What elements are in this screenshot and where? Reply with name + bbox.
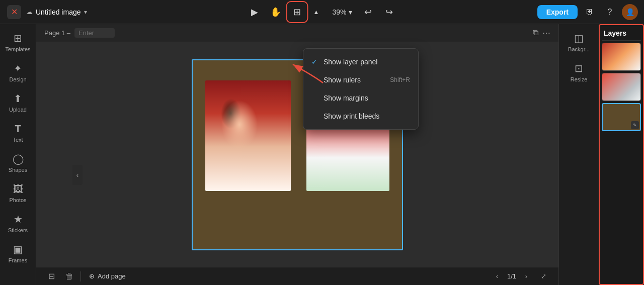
page-icons: ⧉ ⋯ (533, 28, 550, 38)
sidebar-item-label-stickers: Stickers (8, 227, 28, 233)
zoom-value: 39% (332, 8, 346, 16)
logo-icon: ✕ (7, 5, 21, 19)
templates-icon: ⊞ (14, 32, 22, 44)
app-logo[interactable]: ✕ (6, 4, 22, 20)
center-toolbar: ▶ ✋ ⊞ ▲ 39% ▾ ↩ ↪ (246, 3, 398, 21)
shield-icon-button[interactable]: ⛨ (582, 4, 598, 20)
sidebar-item-text[interactable]: T Text (3, 119, 33, 147)
sidebar-item-label-templates: Templates (5, 46, 30, 52)
design-icon: ✦ (14, 62, 22, 74)
sidebar-item-shapes[interactable]: ◯ Shapes (3, 149, 33, 177)
canvas-area: Page 1 – ⧉ ⋯ ⊟ 🗑 ⊕ (36, 24, 558, 285)
page-name-input[interactable] (74, 28, 115, 38)
sidebar-item-templates[interactable]: ⊞ Templates (3, 28, 33, 56)
canvas-container (36, 42, 558, 267)
user-avatar[interactable]: 👤 (622, 4, 638, 20)
photo-left-content (205, 80, 291, 191)
dropdown-item-show-layer-panel[interactable]: ✓ Show layer panel (303, 53, 418, 71)
dropdown-item-show-print-bleeds[interactable]: ✓ Show print bleeds (303, 107, 418, 125)
layer-item-3[interactable]: ✎ (602, 103, 641, 131)
canvas-photo-left (205, 80, 291, 191)
collapse-sidebar-button[interactable]: ‹ (72, 165, 83, 185)
resize-label: Resize (571, 76, 588, 82)
copy-page-icon[interactable]: ⧉ (533, 28, 538, 38)
sidebar-item-upload[interactable]: ⬆ Upload (3, 88, 33, 117)
sidebar-item-label-text: Text (13, 137, 23, 143)
sidebar-item-frames[interactable]: ▣ Frames (3, 239, 33, 267)
layers-panel-title: Layers (602, 29, 641, 41)
more-options-icon[interactable]: ⋯ (542, 28, 550, 38)
add-page-icon: ⊕ (89, 272, 95, 280)
title-chevron-icon[interactable]: ▾ (84, 9, 87, 16)
cloud-icon: ☁ (26, 8, 33, 16)
header: ✕ ☁ Untitled image ▾ ▶ ✋ ⊞ ▲ 39% ▾ ↩ ↪ E… (0, 0, 644, 24)
dropdown-item-show-rulers[interactable]: ✓ Show rulers Shift+R (303, 71, 418, 89)
expand-button[interactable]: ⤢ (536, 269, 550, 283)
page-label: Page 1 – (44, 29, 70, 37)
dropdown-item-show-margins[interactable]: ✓ Show margins (303, 89, 418, 107)
left-sidebar: ⊞ Templates ✦ Design ⬆ Upload T Text ◯ S… (0, 24, 36, 285)
add-page-button[interactable]: ⊕ Add page (85, 270, 130, 282)
layer-item-1[interactable] (602, 43, 641, 71)
sidebar-item-photos[interactable]: 🖼 Photos (3, 179, 33, 207)
shapes-icon: ◯ (13, 153, 24, 165)
layers-panel: Layers ✎ (599, 24, 644, 285)
checkmark-icon: ✓ (311, 58, 319, 66)
sidebar-item-label-upload: Upload (9, 107, 27, 113)
rulers-shortcut: Shift+R (390, 76, 410, 83)
add-page-label: Add page (98, 272, 126, 280)
page-bar: Page 1 – ⧉ ⋯ (36, 24, 558, 42)
page-thumbnail-button[interactable]: ⊟ (44, 269, 58, 283)
help-button[interactable]: ? (602, 4, 618, 20)
layer-edit-icon: ✎ (631, 121, 639, 129)
show-rulers-label: Show rulers (324, 76, 361, 84)
main-layout: ⊞ Templates ✦ Design ⬆ Upload T Text ◯ S… (0, 24, 644, 285)
sidebar-item-label-shapes: Shapes (9, 167, 27, 173)
cursor-tool-button[interactable]: ▶ (246, 3, 264, 21)
next-page-button[interactable]: › (520, 270, 532, 282)
grid-view-button[interactable]: ⊞ (288, 3, 306, 21)
title-area: ☁ Untitled image ▾ (26, 8, 87, 16)
sidebar-item-label-frames: Frames (9, 257, 27, 263)
undo-button[interactable]: ↩ (359, 3, 377, 21)
document-title[interactable]: Untitled image (36, 8, 81, 16)
show-layer-panel-label: Show layer panel (324, 58, 377, 66)
grid-dropdown-button[interactable]: ▲ (307, 3, 325, 21)
export-button[interactable]: Export (537, 5, 578, 19)
show-margins-label: Show margins (324, 94, 368, 102)
bottom-bar: ⊟ 🗑 ⊕ Add page ‹ 1/1 › ⤢ (36, 267, 558, 285)
background-label: Backgr... (568, 46, 590, 52)
resize-panel-item[interactable]: ⊡ Resize (563, 58, 595, 86)
upload-icon: ⬆ (14, 92, 22, 105)
sidebar-item-label-design: Design (9, 76, 26, 82)
show-print-bleeds-label: Show print bleeds (324, 112, 379, 120)
zoom-control[interactable]: 39% ▾ (328, 6, 356, 18)
layer-item-2[interactable] (602, 73, 641, 101)
prev-page-button[interactable]: ‹ (491, 270, 503, 282)
frames-icon: ▣ (13, 243, 23, 255)
sidebar-item-stickers[interactable]: ★ Stickers (3, 209, 33, 237)
resize-icon: ⊡ (575, 62, 583, 74)
sidebar-item-label-photos: Photos (9, 197, 26, 203)
background-icon: ◫ (574, 32, 584, 44)
page-count: 1/1 (507, 272, 516, 280)
divider (80, 271, 81, 281)
view-dropdown-menu: ✓ Show layer panel ✓ Show rulers Shift+R… (303, 48, 419, 130)
zoom-chevron-icon: ▾ (349, 8, 352, 16)
header-right: Export ⛨ ? 👤 (537, 4, 638, 20)
page-nav: ‹ 1/1 › ⤢ (491, 269, 550, 283)
background-panel-item[interactable]: ◫ Backgr... (563, 28, 595, 56)
right-panel: ◫ Backgr... ⊡ Resize (558, 24, 599, 285)
photos-icon: 🖼 (13, 183, 23, 195)
delete-page-button[interactable]: 🗑 (62, 269, 76, 283)
redo-button[interactable]: ↪ (380, 3, 398, 21)
sidebar-item-design[interactable]: ✦ Design (3, 58, 33, 86)
text-icon: T (15, 123, 21, 135)
hand-tool-button[interactable]: ✋ (267, 3, 285, 21)
stickers-icon: ★ (14, 213, 23, 225)
